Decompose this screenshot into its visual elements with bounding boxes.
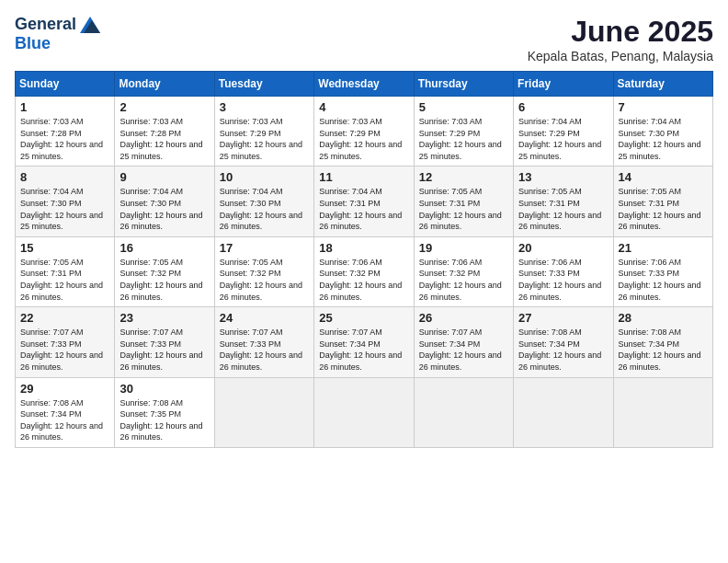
day-info: Sunrise: 7:05 AMSunset: 7:32 PMDaylight:… — [119, 257, 209, 303]
day-info: Sunrise: 7:04 AMSunset: 7:29 PMDaylight:… — [518, 116, 608, 162]
day-info: Sunrise: 7:06 AMSunset: 7:33 PMDaylight:… — [619, 257, 708, 303]
header-sunday: Sunday — [16, 72, 115, 97]
day-number: 13 — [518, 170, 608, 184]
calendar-cell: 20Sunrise: 7:06 AMSunset: 7:33 PMDayligh… — [514, 236, 613, 306]
calendar-cell: 12Sunrise: 7:05 AMSunset: 7:31 PMDayligh… — [414, 167, 513, 236]
day-info: Sunrise: 7:07 AMSunset: 7:33 PMDaylight:… — [119, 327, 209, 373]
calendar-week-1: 1Sunrise: 7:03 AMSunset: 7:28 PMDaylight… — [16, 97, 713, 167]
calendar-cell — [314, 377, 414, 447]
day-number: 7 — [619, 100, 708, 114]
calendar-cell — [414, 377, 513, 447]
calendar-cell: 10Sunrise: 7:04 AMSunset: 7:30 PMDayligh… — [214, 167, 313, 236]
day-info: Sunrise: 7:03 AMSunset: 7:28 PMDaylight:… — [20, 116, 109, 162]
day-info: Sunrise: 7:06 AMSunset: 7:33 PMDaylight:… — [518, 257, 608, 303]
calendar-cell: 24Sunrise: 7:07 AMSunset: 7:33 PMDayligh… — [214, 307, 313, 377]
day-number: 28 — [619, 311, 708, 325]
calendar-cell: 28Sunrise: 7:08 AMSunset: 7:34 PMDayligh… — [613, 307, 712, 377]
day-info: Sunrise: 7:07 AMSunset: 7:34 PMDaylight:… — [319, 327, 408, 373]
day-number: 29 — [20, 382, 109, 396]
day-info: Sunrise: 7:03 AMSunset: 7:28 PMDaylight:… — [119, 116, 209, 162]
day-info: Sunrise: 7:04 AMSunset: 7:30 PMDaylight:… — [220, 186, 309, 232]
calendar-cell: 30Sunrise: 7:08 AMSunset: 7:35 PMDayligh… — [115, 377, 214, 447]
header-friday: Friday — [514, 72, 613, 97]
calendar-cell — [514, 377, 613, 447]
calendar-cell: 23Sunrise: 7:07 AMSunset: 7:33 PMDayligh… — [115, 307, 214, 377]
logo-blue: Blue — [15, 34, 51, 52]
day-number: 12 — [419, 170, 508, 184]
day-number: 27 — [518, 311, 608, 325]
logo: General Blue — [15, 15, 100, 53]
day-number: 3 — [220, 100, 309, 114]
calendar-cell: 17Sunrise: 7:05 AMSunset: 7:32 PMDayligh… — [214, 236, 313, 306]
calendar: SundayMondayTuesdayWednesdayThursdayFrid… — [15, 71, 713, 448]
day-number: 11 — [319, 170, 408, 184]
day-number: 30 — [119, 382, 209, 396]
calendar-cell — [214, 377, 313, 447]
header-thursday: Thursday — [414, 72, 513, 97]
calendar-cell: 16Sunrise: 7:05 AMSunset: 7:32 PMDayligh… — [115, 236, 214, 306]
day-number: 26 — [419, 311, 508, 325]
day-number: 20 — [518, 241, 608, 255]
header-tuesday: Tuesday — [214, 72, 313, 97]
calendar-week-4: 22Sunrise: 7:07 AMSunset: 7:33 PMDayligh… — [16, 307, 713, 377]
calendar-cell: 27Sunrise: 7:08 AMSunset: 7:34 PMDayligh… — [514, 307, 613, 377]
day-info: Sunrise: 7:05 AMSunset: 7:31 PMDaylight:… — [419, 186, 508, 232]
day-number: 15 — [20, 241, 109, 255]
day-info: Sunrise: 7:04 AMSunset: 7:30 PMDaylight:… — [119, 186, 209, 232]
day-info: Sunrise: 7:06 AMSunset: 7:32 PMDaylight:… — [419, 257, 508, 303]
calendar-cell — [613, 377, 712, 447]
day-number: 2 — [119, 100, 209, 114]
header-monday: Monday — [115, 72, 214, 97]
calendar-cell: 1Sunrise: 7:03 AMSunset: 7:28 PMDaylight… — [16, 97, 115, 167]
day-number: 16 — [119, 241, 209, 255]
day-info: Sunrise: 7:05 AMSunset: 7:32 PMDaylight:… — [220, 257, 309, 303]
day-number: 21 — [619, 241, 708, 255]
day-info: Sunrise: 7:08 AMSunset: 7:34 PMDaylight:… — [518, 327, 608, 373]
day-number: 4 — [319, 100, 408, 114]
day-number: 5 — [419, 100, 508, 114]
calendar-cell: 15Sunrise: 7:05 AMSunset: 7:31 PMDayligh… — [16, 236, 115, 306]
day-number: 8 — [20, 170, 109, 184]
logo-general: General — [15, 15, 76, 34]
day-info: Sunrise: 7:07 AMSunset: 7:33 PMDaylight:… — [20, 327, 109, 373]
calendar-week-2: 8Sunrise: 7:04 AMSunset: 7:30 PMDaylight… — [16, 167, 713, 236]
header: General Blue June 2025 Kepala Batas, Pen… — [15, 15, 713, 63]
calendar-header-row: SundayMondayTuesdayWednesdayThursdayFrid… — [16, 72, 713, 97]
day-info: Sunrise: 7:08 AMSunset: 7:34 PMDaylight:… — [20, 397, 109, 443]
day-info: Sunrise: 7:07 AMSunset: 7:33 PMDaylight:… — [220, 327, 309, 373]
calendar-cell: 18Sunrise: 7:06 AMSunset: 7:32 PMDayligh… — [314, 236, 414, 306]
day-number: 18 — [319, 241, 408, 255]
calendar-cell: 25Sunrise: 7:07 AMSunset: 7:34 PMDayligh… — [314, 307, 414, 377]
day-number: 23 — [119, 311, 209, 325]
day-number: 14 — [619, 170, 708, 184]
calendar-cell: 6Sunrise: 7:04 AMSunset: 7:29 PMDaylight… — [514, 97, 613, 167]
day-number: 19 — [419, 241, 508, 255]
day-info: Sunrise: 7:03 AMSunset: 7:29 PMDaylight:… — [419, 116, 508, 162]
calendar-cell: 26Sunrise: 7:07 AMSunset: 7:34 PMDayligh… — [414, 307, 513, 377]
calendar-cell: 22Sunrise: 7:07 AMSunset: 7:33 PMDayligh… — [16, 307, 115, 377]
day-number: 10 — [220, 170, 309, 184]
calendar-week-5: 29Sunrise: 7:08 AMSunset: 7:34 PMDayligh… — [16, 377, 713, 447]
calendar-cell: 3Sunrise: 7:03 AMSunset: 7:29 PMDaylight… — [214, 97, 313, 167]
calendar-cell: 2Sunrise: 7:03 AMSunset: 7:28 PMDaylight… — [115, 97, 214, 167]
calendar-cell: 7Sunrise: 7:04 AMSunset: 7:30 PMDaylight… — [613, 97, 712, 167]
calendar-cell: 4Sunrise: 7:03 AMSunset: 7:29 PMDaylight… — [314, 97, 414, 167]
header-saturday: Saturday — [613, 72, 712, 97]
day-info: Sunrise: 7:07 AMSunset: 7:34 PMDaylight:… — [419, 327, 508, 373]
day-info: Sunrise: 7:04 AMSunset: 7:30 PMDaylight:… — [20, 186, 109, 232]
logo-icon — [80, 17, 100, 33]
calendar-cell: 9Sunrise: 7:04 AMSunset: 7:30 PMDaylight… — [115, 167, 214, 236]
day-number: 25 — [319, 311, 408, 325]
calendar-week-3: 15Sunrise: 7:05 AMSunset: 7:31 PMDayligh… — [16, 236, 713, 306]
day-number: 9 — [119, 170, 209, 184]
calendar-cell: 8Sunrise: 7:04 AMSunset: 7:30 PMDaylight… — [16, 167, 115, 236]
calendar-cell: 11Sunrise: 7:04 AMSunset: 7:31 PMDayligh… — [314, 167, 414, 236]
title-area: June 2025 Kepala Batas, Penang, Malaysia — [528, 15, 713, 63]
day-info: Sunrise: 7:06 AMSunset: 7:32 PMDaylight:… — [319, 257, 408, 303]
day-info: Sunrise: 7:05 AMSunset: 7:31 PMDaylight:… — [20, 257, 109, 303]
day-info: Sunrise: 7:05 AMSunset: 7:31 PMDaylight:… — [619, 186, 708, 232]
day-number: 6 — [518, 100, 608, 114]
calendar-cell: 19Sunrise: 7:06 AMSunset: 7:32 PMDayligh… — [414, 236, 513, 306]
location-title: Kepala Batas, Penang, Malaysia — [528, 49, 713, 63]
month-title: June 2025 — [528, 15, 713, 49]
